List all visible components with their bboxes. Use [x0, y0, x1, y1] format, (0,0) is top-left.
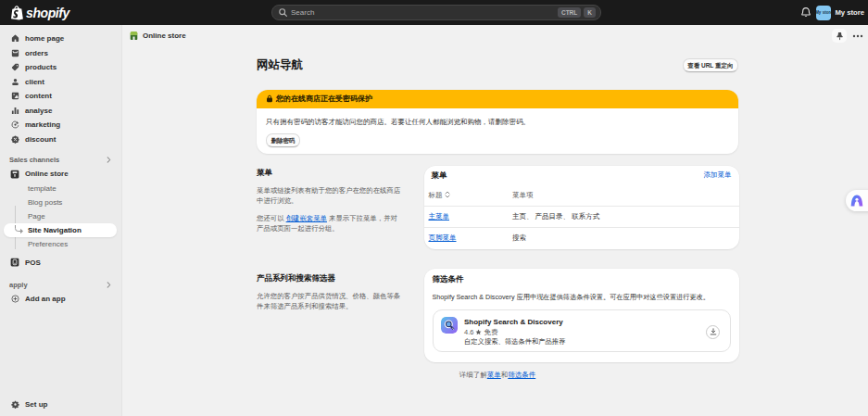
column-header-items: 菜单项 — [512, 190, 735, 200]
sidebar-item-preferences[interactable]: Preferences — [0, 237, 121, 251]
client-person-icon — [10, 78, 19, 86]
sidebar-item-products[interactable]: products — [0, 60, 121, 75]
menus-heading: 菜单 — [257, 168, 401, 178]
products-tag-icon — [10, 63, 19, 71]
menus-description: 菜单或链接列表有助于您的客户在您的在线商店中进行浏览。 — [257, 185, 401, 206]
sidebar-item-page[interactable]: Page — [0, 209, 121, 223]
search-input[interactable]: Search CTRL K — [271, 5, 601, 20]
shopify-logo[interactable]: shopify — [10, 6, 69, 20]
main-menu-link[interactable]: 主菜单 — [429, 212, 513, 222]
discount-icon — [10, 135, 19, 144]
remove-password-button[interactable]: 删除密码 — [266, 133, 300, 147]
sidebar-item-blog-posts[interactable]: Blog posts — [0, 195, 121, 209]
menus-card-title: 菜单 — [432, 170, 447, 181]
sidebar-item-pos[interactable]: POS — [0, 256, 121, 271]
banner-text: 只有拥有密码的访客才能访问您的商店。若要让任何人都能浏览和购物，请删除密码。 — [266, 117, 729, 127]
learn-more-footer: 详细了解菜单和筛选条件 — [257, 371, 738, 380]
sidebar-item-settings[interactable]: Set up — [0, 397, 121, 412]
menu-table-row: 页脚菜单 搜索 — [424, 227, 739, 249]
view-url-redirects-button[interactable]: 查看 URL 重定向 — [683, 58, 738, 72]
footer-menu-link[interactable]: 页脚菜单 — [429, 233, 513, 244]
main-area: Online store 网站导航 查看 URL 重定向 您的在线商店正在受密码… — [122, 25, 868, 416]
menus-description-2: 您还可以 创建嵌套菜单 来显示下拉菜单，并对产品或页面一起进行分组。 — [257, 213, 401, 233]
page-title: 网站导航 — [257, 57, 303, 73]
app-frame: home page orders products client content… — [0, 25, 868, 416]
app-name: Shopify Search & Discovery — [464, 317, 565, 327]
online-store-icon — [10, 170, 19, 179]
pin-icon[interactable] — [832, 29, 847, 43]
sidekick-logo — [850, 195, 863, 207]
sidebar-item-site-navigation[interactable]: Site Navigation — [4, 223, 117, 237]
chevron-right-icon — [106, 157, 112, 163]
app-listing: Shopify Search & Discovery 4.6 免费 自定义搜索、… — [433, 309, 731, 352]
filters-card: 筛选条件 Shopify Search & Discovery 应用中现在提供筛… — [424, 269, 739, 363]
settings-gear-icon — [11, 400, 19, 409]
menus-card: 菜单 添加菜单 标题 菜单项 主菜单 主页、 产品目录、 联系方式 页脚菜单 搜… — [424, 166, 739, 249]
create-nested-menu-link[interactable]: 创建嵌套菜单 — [286, 214, 327, 222]
menus-annotation: 菜单 菜单或链接列表有助于您的客户在您的在线商店中进行浏览。 您还可以 创建嵌套… — [257, 166, 401, 249]
filters-description: 允许您的客户按产品供货情况、价格、颜色等条件来筛选产品系列和搜索结果。 — [257, 291, 401, 311]
chevron-right-icon — [106, 282, 112, 288]
shopify-bag-icon — [10, 6, 23, 20]
learn-more-filters-link[interactable]: 筛选条件 — [508, 371, 535, 379]
sidebar-item-orders[interactable]: orders — [0, 46, 121, 61]
breadcrumb-label[interactable]: Online store — [143, 32, 186, 40]
more-options-icon[interactable] — [852, 34, 863, 38]
shopify-wordmark: shopify — [26, 6, 69, 20]
online-store-green-icon — [129, 31, 139, 41]
app-price: 免费 — [484, 328, 497, 336]
filters-annotation: 产品系列和搜索筛选器 允许您的客户按产品供货情况、价格、颜色等条件来筛选产品系列… — [257, 269, 401, 363]
sidebar-item-online-store[interactable]: Online store — [0, 167, 121, 182]
notifications-bell-icon[interactable] — [800, 6, 811, 19]
add-app-plus-icon — [10, 295, 19, 303]
tree-branch-arrow-icon — [11, 225, 24, 236]
sort-icon — [445, 191, 450, 198]
orders-icon — [10, 49, 19, 57]
filters-card-title: 筛选条件 — [433, 274, 731, 284]
breadcrumb: Online store — [122, 28, 868, 44]
install-app-button[interactable] — [706, 325, 720, 339]
sidebar-item-marketing[interactable]: marketing — [0, 118, 121, 132]
kbd-ctrl: CTRL — [558, 7, 581, 18]
pos-icon — [10, 258, 19, 267]
filters-heading: 产品系列和搜索筛选器 — [257, 273, 401, 284]
content-icon — [10, 92, 19, 100]
marketing-target-icon — [10, 120, 19, 129]
star-icon — [475, 329, 482, 335]
password-banner: 您的在线商店正在受密码保护 只有拥有密码的访客才能访问您的商店。若要让任何人都能… — [257, 90, 738, 154]
sidebar-item-template[interactable]: template — [0, 182, 121, 195]
sidebar-item-client[interactable]: client — [0, 75, 121, 90]
apps-header[interactable]: apply — [0, 278, 121, 292]
sidebar-item-analyse[interactable]: analyse — [0, 104, 121, 119]
store-name[interactable]: My store — [835, 8, 864, 17]
app-rating: 4.6 — [464, 328, 473, 336]
sidebar-item-home[interactable]: home page — [0, 32, 121, 46]
filters-card-description: Shopify Search & Discovery 应用中现在提供筛选条件设置… — [433, 292, 731, 302]
search-placeholder: Search — [291, 8, 555, 17]
lock-icon — [266, 95, 273, 103]
analytics-bars-icon — [10, 107, 19, 115]
search-discovery-app-icon — [441, 317, 458, 334]
sidebar-item-content[interactable]: content — [0, 89, 121, 104]
banner-title: 您的在线商店正在受密码保护 — [276, 94, 372, 104]
download-icon — [710, 328, 717, 335]
sidekick-assistant-button[interactable] — [846, 190, 868, 211]
learn-more-menus-link[interactable]: 菜单 — [487, 371, 501, 379]
kbd-k: K — [584, 7, 596, 18]
app-tagline: 自定义搜索、筛选条件和产品推荐 — [464, 337, 565, 347]
sidebar-item-add-app[interactable]: Add an app — [0, 292, 121, 307]
home-icon — [10, 34, 19, 43]
column-header-title[interactable]: 标题 — [429, 190, 513, 200]
menu-table-row: 主菜单 主页、 产品目录、 联系方式 — [424, 206, 739, 228]
topbar: shopify Search CTRL K My store My store — [0, 0, 868, 25]
search-icon — [279, 8, 287, 17]
store-avatar[interactable]: My store — [816, 6, 831, 20]
add-menu-link[interactable]: 添加菜单 — [704, 170, 732, 180]
sales-channels-header[interactable]: Sales channels — [0, 153, 121, 167]
sidebar: home page orders products client content… — [0, 25, 122, 416]
sidebar-item-discount[interactable]: discount — [0, 132, 121, 147]
